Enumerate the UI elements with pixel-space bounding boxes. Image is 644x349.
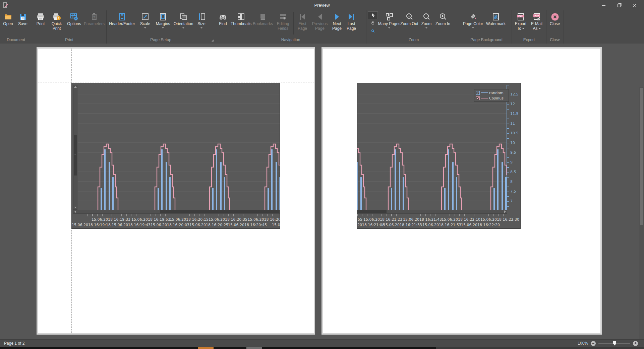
- scroll-down-icon[interactable]: [73, 206, 77, 209]
- editing-fields-button: Editing Fields: [274, 10, 292, 36]
- quick-print-button[interactable]: Quick Print: [48, 10, 65, 36]
- zoom-out-button[interactable]: Zoom Out: [400, 10, 419, 36]
- scale-button[interactable]: Scale: [137, 10, 154, 36]
- preview-surface: 15.06.2018 16:19:3315.06.2018 16:19:5315…: [0, 44, 644, 339]
- y-axis-label: 8: [510, 180, 513, 184]
- x-axis-label: 15.06.2018 16:21:53: [422, 223, 461, 227]
- x-axis-label: 15.06.2018 16:20:5: [248, 217, 280, 222]
- document-page-2: 12.51211.51110.5109.598.587.57 ✔ random …: [323, 49, 600, 333]
- y-axis-ticks: [507, 85, 509, 210]
- checkbox-random[interactable]: ✔: [476, 91, 480, 95]
- hand-icon: [370, 21, 375, 25]
- orientation-button[interactable]: Orientation: [172, 10, 194, 36]
- zoom-button[interactable]: Zoom: [419, 10, 434, 36]
- x-axis-label: 15.06.2018 16:20:35: [209, 217, 247, 222]
- scrollbar-thumb[interactable]: [640, 88, 643, 225]
- size-icon: [197, 12, 206, 22]
- previous-page-button: Previous Page: [310, 10, 330, 36]
- many-pages-button[interactable]: Many Pages: [378, 10, 400, 36]
- window-title: Preview: [0, 0, 644, 10]
- chart-plot-area: [357, 85, 507, 210]
- taskbar-indicator-orange: [198, 347, 214, 349]
- preview-scrollbar[interactable]: [639, 87, 644, 339]
- dropdown-arrow-icon: [425, 27, 427, 29]
- taskbar-edge: [0, 347, 644, 349]
- mouse-pointer-tool[interactable]: [368, 11, 378, 19]
- chart-legend: ✔ random ✔ Cosinus: [474, 89, 509, 102]
- scrollbar-thumb[interactable]: [74, 135, 77, 176]
- minimize-button[interactable]: [596, 0, 611, 10]
- scroll-up-icon[interactable]: [73, 85, 77, 89]
- group-label-document: Document: [0, 37, 32, 43]
- x-axis-label: 15.06.2018 16:20:45: [228, 223, 267, 227]
- x-axis-label: 15.06.2018 16:19:53: [131, 217, 170, 222]
- group-label-zoom: Zoom: [366, 37, 461, 43]
- x-axis-labels-row-2: 15.06.2018 16:19:1815.06.2018 16:19:4315…: [72, 223, 280, 227]
- watermark-button[interactable]: Watermark: [484, 10, 508, 36]
- size-button[interactable]: Size: [194, 10, 209, 36]
- ribbon-toolbar: Open Save Document Print Quick Print: [0, 10, 644, 44]
- y-axis-label: 12.5: [510, 92, 519, 96]
- x-axis-label: 15.06.2018 16:21:23: [363, 217, 402, 222]
- scroll-right-icon[interactable]: [503, 210, 507, 213]
- thumbnails-button[interactable]: Thumbnails: [230, 10, 252, 36]
- svg-text:PDF: PDF: [535, 14, 539, 17]
- orientation-icon: [179, 12, 188, 22]
- export-to-button[interactable]: PDF Export To: [513, 10, 529, 36]
- legend-line-random: [481, 92, 488, 93]
- zoom-out-button-small[interactable]: −: [591, 341, 596, 346]
- ribbon-group-export: PDF Export To PDF E-Mail As Export: [512, 10, 546, 44]
- chart-vertical-scrollbar[interactable]: [73, 85, 77, 210]
- zoom-in-button-small[interactable]: +: [633, 341, 638, 346]
- zoom-in-button[interactable]: Zoom In: [434, 10, 452, 36]
- scrollbar-thumb[interactable]: [160, 210, 279, 213]
- restore-icon: [617, 3, 622, 7]
- bookmarks-button: Bookmarks: [252, 10, 274, 36]
- chart-horizontal-scrollbar[interactable]: [357, 210, 507, 214]
- last-page-button[interactable]: Last Page: [344, 10, 358, 36]
- zoom-control: 100% − +: [578, 340, 638, 347]
- print-icon: [36, 12, 45, 22]
- x-axis-label: 15.06.2018 16:19:18: [72, 223, 111, 227]
- chart-page-1: 15.06.2018 16:19:3315.06.2018 16:19:5315…: [71, 83, 280, 229]
- taskbar-indicator-gray: [246, 347, 262, 349]
- find-button[interactable]: Find: [216, 10, 230, 36]
- x-axis-labels-row-1: 5515.06.2018 16:21:2315.06.2018 16:21:43…: [357, 217, 520, 222]
- minimize-icon: [602, 3, 606, 7]
- restore-button[interactable]: [611, 0, 627, 10]
- close-window-button[interactable]: [627, 0, 642, 10]
- header-footer-button[interactable]: Header/Footer: [107, 10, 137, 36]
- x-axis-label: 2018 16:21:08: [357, 223, 385, 227]
- options-button[interactable]: Options: [65, 10, 83, 36]
- dialog-launcher-icon[interactable]: [212, 40, 214, 42]
- email-as-button[interactable]: PDF E-Mail As: [529, 10, 545, 36]
- zoom-slider-thumb[interactable]: [613, 341, 616, 346]
- margins-button[interactable]: Margins: [154, 10, 172, 36]
- open-button[interactable]: Open: [1, 10, 15, 36]
- svg-text:PDF: PDF: [519, 15, 523, 17]
- y-axis-label: 11.5: [510, 112, 519, 116]
- hand-tool[interactable]: [368, 19, 378, 27]
- dropdown-arrow-icon: [200, 27, 202, 29]
- dropdown-arrow-icon: [162, 27, 164, 29]
- print-button[interactable]: Print: [33, 10, 48, 36]
- watermark-icon: [491, 12, 500, 22]
- page-info: Page 1 of 2: [4, 340, 24, 347]
- close-preview-button[interactable]: Close: [547, 10, 563, 36]
- quick-print-icon: [52, 12, 61, 22]
- zoom-region-tool[interactable]: [368, 27, 378, 35]
- page-color-button[interactable]: Page Color: [462, 10, 484, 36]
- checkbox-cosinus[interactable]: ✔: [476, 96, 480, 100]
- zoom-region-icon: [371, 29, 375, 33]
- scrollbar-thumb[interactable]: [358, 210, 387, 213]
- x-axis-label: 15.06.2: [272, 223, 280, 227]
- pointer-tools: [367, 10, 378, 36]
- y-axis-label: 10: [510, 141, 515, 145]
- scale-icon: [141, 12, 150, 22]
- zoom-slider[interactable]: [598, 343, 630, 344]
- next-page-button[interactable]: Next Page: [330, 10, 344, 36]
- save-button[interactable]: Save: [15, 10, 30, 36]
- legend-line-cosinus: [481, 98, 488, 98]
- scroll-left-icon[interactable]: [73, 210, 77, 213]
- chart-horizontal-scrollbar[interactable]: [73, 210, 280, 214]
